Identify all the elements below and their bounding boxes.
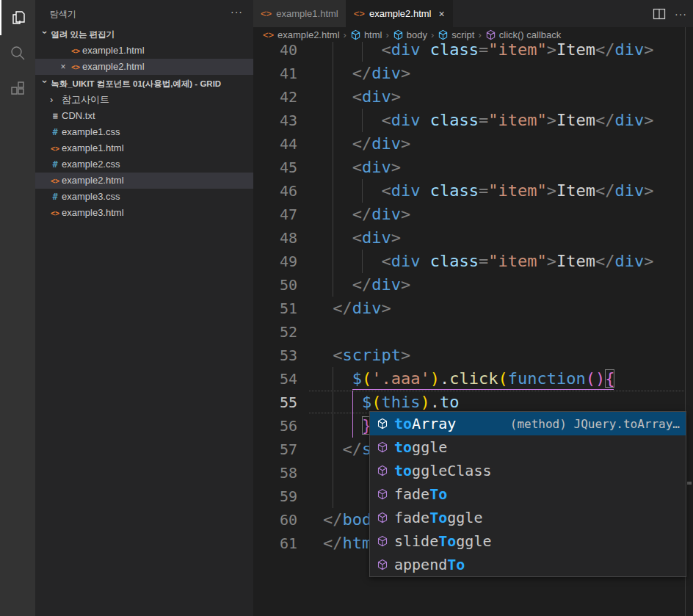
open-editor-item[interactable]: <>example1.html [35, 43, 253, 59]
suggest-label: toArray [394, 412, 456, 435]
code-line[interactable]: 41 </div> [253, 62, 685, 85]
code-line[interactable]: 47 </div> [253, 203, 685, 226]
symbol-cube-icon [393, 29, 404, 40]
code-line[interactable]: 54 $('.aaa').click(function(){ [253, 367, 685, 391]
tree-item[interactable]: <>example3.html [35, 205, 253, 221]
editor-tab-bar: <>example1.html<>example2.html× [253, 0, 693, 27]
tree-item[interactable]: <>example2.html [35, 173, 253, 189]
suggest-label: fadeToggle [394, 506, 482, 529]
line-number: 50 [253, 273, 297, 297]
tree-item[interactable]: #example2.css [35, 156, 253, 173]
breadcrumb-label: body [407, 29, 427, 40]
suggest-item[interactable]: slideToggle [370, 529, 686, 553]
line-number: 56 [253, 414, 297, 438]
more-actions-icon[interactable]: ··· [675, 8, 687, 20]
code-line[interactable]: 51 </div> [253, 297, 685, 320]
html-file-icon: <> [48, 206, 62, 222]
breadcrumb-item[interactable]: script [438, 29, 474, 40]
active-bracket-guide-horizontal [352, 389, 614, 390]
activitybar-item-extensions[interactable] [0, 70, 35, 106]
open-editor-label: example1.html [82, 45, 145, 56]
more-actions-icon[interactable]: ··· [231, 6, 243, 18]
editor-tab[interactable]: <>example2.html× [346, 0, 453, 27]
tree-item[interactable]: ≡CDN.txt [35, 108, 253, 124]
breadcrumb: <>example2.html›html›body›script›click()… [253, 27, 685, 42]
tree-item-label: example2.html [62, 175, 124, 186]
suggest-item[interactable]: toArray(method) JQuery.toArray… [370, 412, 686, 435]
split-editor-icon[interactable] [653, 7, 666, 21]
symbol-cube-icon [377, 559, 388, 570]
code-line-text: </div> [323, 273, 410, 297]
code-line[interactable]: 46 <div class="item">Item</div> [253, 179, 685, 203]
open-editors-section-header[interactable]: › 열려 있는 편집기 [35, 26, 253, 43]
tree-item-label: CDN.txt [62, 110, 95, 121]
breadcrumb-item[interactable]: html [350, 29, 382, 40]
css-file-icon: # [48, 156, 62, 173]
suggest-item[interactable]: toggleClass [370, 459, 686, 482]
html-file-icon: <> [354, 8, 365, 19]
suggest-item[interactable]: appendTo [370, 553, 686, 576]
breadcrumb-label: example2.html [277, 29, 340, 40]
line-number: 46 [253, 179, 297, 203]
close-icon[interactable]: × [57, 59, 69, 75]
line-number: 43 [253, 109, 297, 132]
symbol-cube-icon [485, 29, 496, 40]
code-line[interactable]: 43 <div class="item">Item</div> [253, 109, 685, 132]
line-number: 49 [253, 250, 297, 273]
tree-item[interactable]: #example3.css [35, 189, 253, 205]
line-number: 44 [253, 132, 297, 156]
open-editor-item[interactable]: ×<>example2.html [35, 59, 253, 75]
activitybar-item-explorer[interactable] [0, 0, 35, 35]
breadcrumb-label: html [364, 29, 382, 40]
tree-item[interactable]: ›참고사이트 [35, 92, 253, 108]
close-icon[interactable]: × [438, 8, 444, 20]
chevron-down-icon: › [37, 31, 53, 38]
activitybar-item-search[interactable] [0, 35, 35, 70]
code-line[interactable]: 50 </div> [253, 273, 685, 297]
html-file-icon: <> [69, 43, 82, 59]
html-file-icon: <> [261, 8, 272, 19]
code-line-text: <div> [323, 85, 401, 109]
suggest-item[interactable]: fadeToggle [370, 506, 686, 529]
code-line[interactable]: 44 </div> [253, 132, 685, 156]
breadcrumb-separator: › [344, 29, 346, 40]
symbol-cube-icon [377, 535, 388, 547]
code-line[interactable]: 42 <div> [253, 85, 685, 109]
code-line[interactable]: 53 <script> [253, 344, 685, 367]
line-number: 60 [253, 508, 297, 532]
breadcrumb-item[interactable]: body [393, 29, 427, 40]
symbol-cube-icon [377, 488, 388, 500]
code-line-text: <script> [323, 344, 410, 367]
tree-item[interactable]: <>example1.html [35, 140, 253, 156]
line-number: 53 [253, 344, 297, 367]
tab-label: example1.html [276, 8, 338, 19]
tree-item-label: example3.html [62, 207, 124, 218]
code-line-text: <div class="item">Item</div> [323, 109, 653, 132]
editor-actions: ··· [653, 0, 687, 27]
breadcrumb-item[interactable]: <>example2.html [263, 29, 340, 40]
suggest-label: slideToggle [394, 529, 491, 553]
code-line[interactable]: 49 <div class="item">Item</div> [253, 250, 685, 273]
suggest-label: toggleClass [394, 459, 491, 482]
line-number: 57 [253, 438, 297, 461]
tree-item-label: example2.css [62, 159, 120, 170]
suggest-item[interactable]: toggle [370, 435, 686, 459]
line-number: 52 [253, 320, 297, 344]
tree-item-label: 참고사이트 [62, 94, 109, 105]
code-line[interactable]: 48 <div> [253, 226, 685, 250]
tree-item[interactable]: #example1.css [35, 124, 253, 140]
code-line[interactable]: 45 <div> [253, 156, 685, 179]
breadcrumb-item[interactable]: click() callback [485, 29, 562, 40]
tree-item-label: example3.css [62, 191, 120, 202]
code-line-text: </div> [323, 62, 410, 85]
suggest-label: appendTo [394, 553, 465, 576]
suggest-item[interactable]: fadeTo [370, 482, 686, 506]
editor-tab[interactable]: <>example1.html [253, 0, 346, 27]
code-line[interactable]: 52 [253, 320, 685, 344]
folder-section-header[interactable]: › 녹화_UIKIT 컴포넌트 01(사용법,예제) - GRID [35, 76, 253, 92]
line-number: 45 [253, 156, 297, 179]
line-number: 51 [253, 297, 297, 320]
tree-item-label: example1.css [62, 126, 120, 137]
chevron-down-icon: › [37, 80, 53, 87]
sidebar-explorer: 탐색기 ··· › 열려 있는 편집기 <>example1.html×<>ex… [35, 0, 253, 616]
